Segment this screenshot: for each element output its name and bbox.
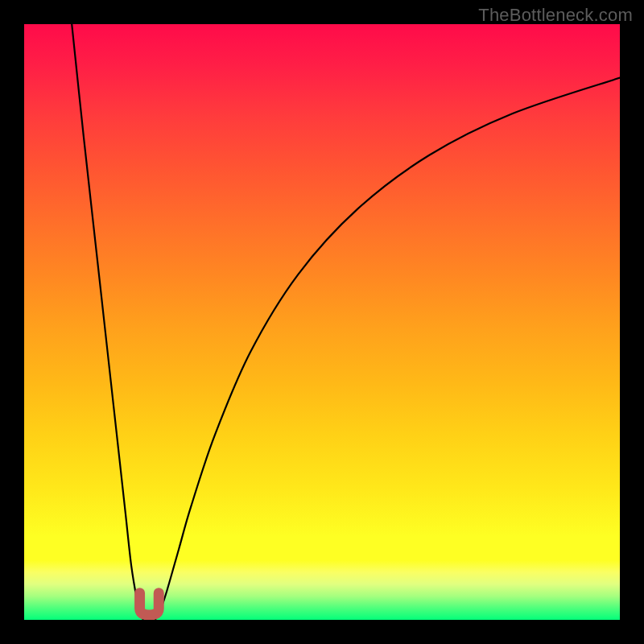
watermark-text: TheBottleneck.com [478,5,633,26]
curve-path [72,24,620,620]
bottleneck-curve [24,24,620,620]
plot-area [24,24,620,620]
chart-frame: TheBottleneck.com [0,0,644,644]
